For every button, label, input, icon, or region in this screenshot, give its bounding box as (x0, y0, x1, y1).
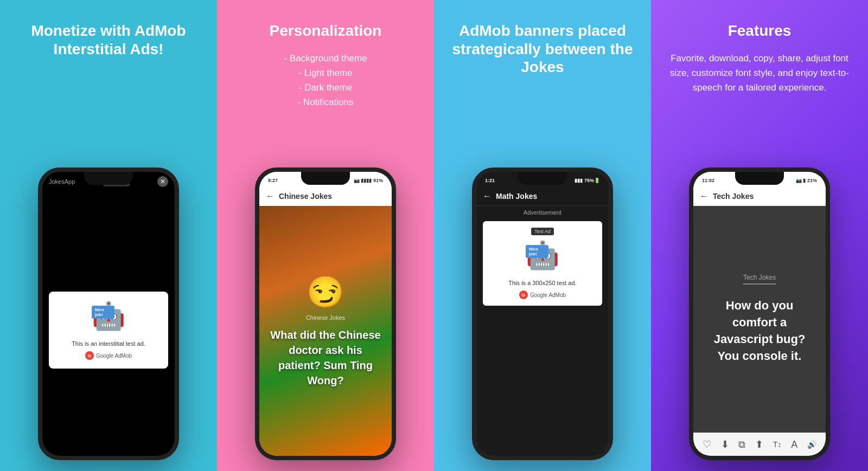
joke-text-2: What did the Chinese doctor ask his pati… (268, 327, 383, 388)
ad-card: 🤖 Nice job! This is an interstitial test… (49, 292, 168, 369)
app-bar-3: ← Math Jokes (476, 187, 609, 206)
test-ad-label: Test Ad (531, 228, 554, 235)
joke-category-label: Chinese Jokes (306, 314, 345, 321)
download-icon[interactable]: ⬇ (721, 438, 729, 450)
close-button[interactable]: ✕ (157, 176, 168, 187)
time-3: 1:21 (485, 178, 495, 183)
tts-icon[interactable]: 🔊 (807, 440, 816, 449)
nice-job-badge-3: Nice job! (526, 245, 548, 258)
phone-3-screen: 1:21 ▮▮▮ 75%🔋 ← Math Jokes Advertisement… (476, 172, 609, 456)
back-arrow-4[interactable]: ← (700, 191, 709, 201)
panel-personalization: Personalization - Background theme - Lig… (217, 0, 434, 471)
panel-2-subtitle: - Background theme - Light theme - Dark … (284, 51, 367, 110)
share-icon[interactable]: ⬆ (755, 438, 763, 450)
joke-tab: Tech Jokes (743, 274, 776, 285)
phone-3: 1:21 ▮▮▮ 75%🔋 ← Math Jokes Advertisement… (472, 167, 613, 460)
banner-ad-card: Test Ad 🤖 Nice job! This is a 300x250 te… (483, 221, 602, 306)
admob-icon-3: G (519, 291, 528, 299)
test-ad-banner: Test Ad (103, 177, 130, 186)
battery-4: 📷 ▮ 21% (796, 178, 817, 183)
tech-joke-text: How do you comfort a Javascript bug? You… (704, 298, 815, 364)
app-label: JokesApp (49, 178, 75, 185)
panel-admob-banners: AdMob banners placed strategically betwe… (434, 0, 651, 471)
phone-4: 11:02 📷 ▮ 21% ← Tech Jokes Tech Jokes Ho… (689, 167, 830, 460)
tech-joke-content: Tech Jokes How do you comfort a Javascri… (693, 206, 826, 433)
admob-brand: G Google AdMob (85, 351, 132, 360)
admob-icon: G (85, 351, 94, 360)
phone-3-power-btn (612, 221, 613, 250)
app-bar-4: ← Tech Jokes (693, 187, 826, 206)
status-bar-4: 11:02 📷 ▮ 21% (693, 172, 826, 187)
panel-4-subtitle: Favorite, download, copy, share, adjust … (662, 51, 857, 95)
panel-admob: Monetize with AdMob Interstitial Ads! Jo… (0, 0, 217, 471)
phone-power-btn (178, 221, 179, 250)
phone-1: JokesApp Test Ad ✕ 🤖 Nice job! This is a… (38, 167, 179, 460)
category-title-4: Tech Jokes (713, 192, 754, 201)
category-title-3: Math Jokes (496, 192, 537, 201)
advertisement-label: Advertisement (476, 206, 609, 219)
chinese-jokes-screen: 9:27 📷 ▮▮▮▮ 91% ← Chinese Jokes 😏 Chines… (259, 172, 392, 456)
panel-4-title: Features (728, 22, 792, 40)
tech-jokes-screen: 11:02 📷 ▮ 21% ← Tech Jokes Tech Jokes Ho… (693, 172, 826, 456)
admob-brand-3: G Google AdMob (519, 291, 566, 299)
bottom-toolbar: ♡ ⬇ ⧉ ⬆ T↕ A 🔊 (693, 433, 826, 456)
ad-description-3: This is a 300x250 test ad. (508, 280, 576, 286)
math-jokes-screen: 1:21 ▮▮▮ 75%🔋 ← Math Jokes Advertisement… (476, 172, 609, 456)
interstitial-screen: JokesApp Test Ad ✕ 🤖 Nice job! This is a… (42, 172, 175, 456)
time-2: 9:27 (268, 178, 278, 183)
category-title-2: Chinese Jokes (279, 192, 332, 201)
interstitial-overlay: JokesApp Test Ad ✕ (42, 172, 175, 191)
panel-1-title: Monetize with AdMob Interstitial Ads! (11, 22, 206, 58)
app-bar-2: ← Chinese Jokes (259, 187, 392, 206)
phone-4-screen: 11:02 📷 ▮ 21% ← Tech Jokes Tech Jokes Ho… (693, 172, 826, 456)
phone-1-screen: JokesApp Test Ad ✕ 🤖 Nice job! This is a… (42, 172, 175, 456)
ad-mascot-wrapper: 🤖 Nice job! (92, 300, 125, 336)
favorite-icon[interactable]: ♡ (703, 438, 711, 450)
ad-description: This is an interstitial test ad. (72, 340, 145, 347)
battery-2: 📷 ▮▮▮▮ 91% (354, 178, 383, 183)
phone-4-power-btn (829, 221, 830, 250)
font-style-icon[interactable]: A (791, 439, 797, 450)
panel-3-title: AdMob banners placed strategically betwe… (445, 22, 640, 76)
admob-label: Google AdMob (96, 353, 132, 359)
phone-2-screen: 9:27 📷 ▮▮▮▮ 91% ← Chinese Jokes 😏 Chines… (259, 172, 392, 456)
status-bar-3: 1:21 ▮▮▮ 75%🔋 (476, 172, 609, 187)
ad-mascot-wrapper-3: 🤖 Nice job! (526, 240, 559, 275)
status-bar-2: 9:27 📷 ▮▮▮▮ 91% (259, 172, 392, 187)
font-size-icon[interactable]: T↕ (773, 440, 782, 449)
joke-background: 😏 Chinese Jokes What did the Chinese doc… (259, 206, 392, 456)
panel-features: Features Favorite, download, copy, share… (651, 0, 868, 471)
phone-2-power-btn (395, 221, 396, 250)
back-arrow-2[interactable]: ← (266, 191, 275, 201)
panel-2-title: Personalization (270, 22, 382, 40)
joke-emoji: 😏 (307, 274, 344, 310)
time-4: 11:02 (702, 178, 714, 183)
nice-job-badge: Nice job! (92, 306, 114, 319)
back-arrow-3[interactable]: ← (483, 191, 492, 201)
battery-3: ▮▮▮ 75%🔋 (575, 178, 600, 183)
admob-label-3: Google AdMob (530, 292, 566, 298)
copy-icon[interactable]: ⧉ (738, 439, 745, 450)
phone-2: 9:27 📷 ▮▮▮▮ 91% ← Chinese Jokes 😏 Chines… (255, 167, 396, 460)
